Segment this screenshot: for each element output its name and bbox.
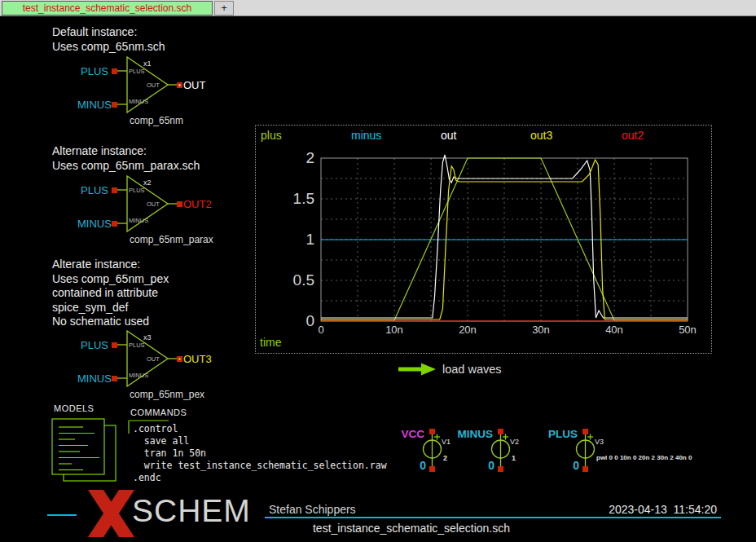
text-line: Alternate instance: [52,144,200,159]
symbol-name: comp_65nm [130,115,183,126]
source-value-pwl: pwl 0 0 10n 0 20n 2 30n 2 40n 0 [596,454,692,461]
pin-name-out: OUT [147,355,160,363]
text-line: Default instance: [52,25,165,40]
source-designator: V2 [510,438,519,446]
voltage-source-v3[interactable]: PLUS V3 pwl 0 0 10n 0 20n 2 30n 2 40n 0 … [556,428,727,475]
net-label-out2: OUT2 [183,198,212,210]
models-document-icon [51,417,127,491]
waveform-plot [256,126,711,353]
text-line: spice_sym_def [52,301,169,315]
tab-active-schematic[interactable]: test_instance_schematic_selection.sch [2,1,213,15]
waveform-graph[interactable]: plusminusoutout3out2 21.510.50 010n20n30… [255,125,712,354]
comparator-instance-x2[interactable]: PLUS MINUS x2 PLUS MINUS OUT OUT2 comp_6… [77,170,220,246]
y-tick: 1 [279,231,314,249]
net-label-out: OUT [183,79,205,91]
x-axis-label: time [260,336,281,349]
instance1-title: Default instance: Uses comp_65nm.sch [52,25,165,54]
xschem-logo-text: SCHEM [132,493,251,529]
comparator-instance-x3[interactable]: PLUS MINUS x3 PLUS MINUS OUT OUT3 comp_6… [77,324,220,401]
titleblock-line-left [47,514,77,516]
source-designator: V3 [595,438,604,446]
load-waves-label[interactable]: load waves [442,363,502,376]
x-tick: 50n [674,324,701,336]
x-tick: 0 [307,324,335,336]
instance2-title: Alternate instance: Uses comp_65nm_parax… [52,144,200,173]
net-label-minus: MINUS [77,218,108,230]
symbol-name: comp_65nm_pex [130,389,204,400]
net-label-plus: PLUS [77,184,108,196]
launcher-arrow-icon [398,362,438,377]
text-line: Uses comp_65nm_pex [52,272,169,287]
net-label-plus: PLUS [77,65,108,77]
y-tick: 0.5 [279,271,314,289]
instance-designator: x2 [143,178,152,187]
net-label-minus: MINUS [444,428,493,440]
net-label-plus: PLUS [77,339,108,351]
y-tick: 2 [279,149,314,167]
new-tab-button[interactable]: + [214,1,234,15]
models-label: MODELS [54,403,94,413]
net-label-minus: MINUS [77,99,108,111]
titleblock-author: Stefan Schippers [269,503,356,516]
net-label-gnd: 0 [478,459,494,472]
pin-name-plus: PLUS [129,68,145,75]
titleblock-datetime: 2023-04-13 11:54:20 [570,503,717,516]
net-label-plus: PLUS [529,428,578,440]
y-tick: 1.5 [279,190,314,208]
xschem-logo-x [86,490,136,537]
titleblock-filename: test_instance_schematic_selection.sch [236,522,587,535]
commands-label: COMMANDS [130,408,187,417]
net-label-out3: OUT3 [183,353,212,365]
comparator-instance-x1[interactable]: PLUS MINUS x1 PLUS MINUS OUT OUT comp_65… [77,51,220,127]
pin-name-minus: MINUS [129,98,148,105]
source-value: 2 [443,454,447,462]
pin-name-minus: MINUS [129,372,148,379]
x-tick: 20n [454,324,481,336]
load-waves-launcher[interactable] [398,362,438,380]
instance-designator: x1 [143,59,152,68]
net-label-gnd: 0 [563,459,579,472]
pin-name-minus: MINUS [129,217,148,224]
text-line: contained in attribute [52,286,169,301]
instance3-title: Alterate instance: Uses comp_65nm_pex co… [52,258,169,329]
pin-name-out: OUT [147,200,160,208]
text-line: Alterate instance: [52,258,169,272]
x-tick: 10n [380,324,408,336]
source-value: 1 [512,454,516,462]
pin-name-plus: PLUS [129,187,145,194]
titleblock-underline [265,517,721,518]
instance-designator: x3 [143,333,152,342]
net-label-gnd: 0 [410,459,426,472]
net-label-minus: MINUS [77,372,108,385]
pin-name-out: OUT [147,82,160,89]
x-tick: 40n [600,324,628,336]
x-tick: 30n [527,324,555,336]
net-label-vcc: VCC [376,428,424,440]
tab-bar: test_instance_schematic_selection.sch + [0,0,756,16]
spice-commands-text: .control save all tran 1n 50n write test… [133,423,387,484]
symbol-name: comp_65nm_parax [130,234,213,245]
pin-name-plus: PLUS [129,342,145,349]
